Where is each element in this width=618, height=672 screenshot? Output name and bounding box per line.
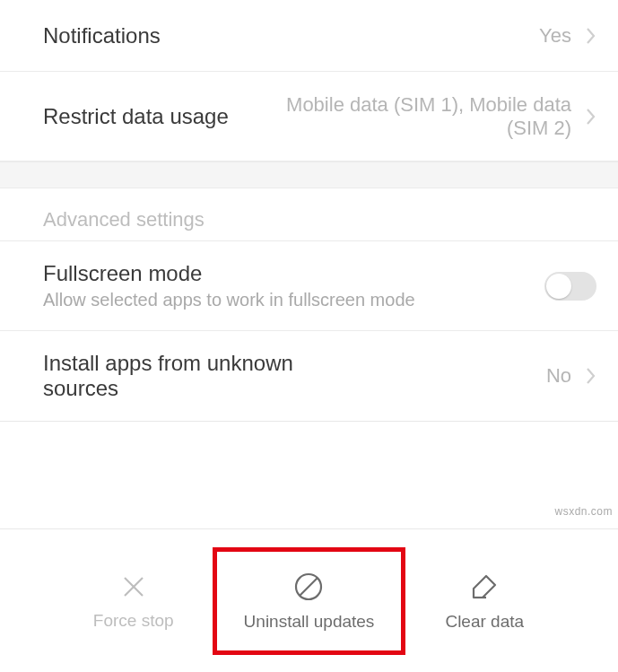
restrict-data-label: Restrict data usage bbox=[43, 104, 229, 129]
notifications-label: Notifications bbox=[43, 23, 161, 48]
notifications-value: Yes bbox=[539, 24, 571, 48]
svg-line-3 bbox=[300, 578, 318, 596]
chevron-right-icon bbox=[586, 366, 596, 386]
restrict-data-row[interactable]: Restrict data usage Mobile data (SIM 1),… bbox=[0, 72, 618, 161]
install-unknown-label: Install apps from unknown sources bbox=[43, 351, 294, 401]
fullscreen-subtitle: Allow selected apps to work in fullscree… bbox=[43, 290, 534, 310]
advanced-settings-header: Advanced settings bbox=[0, 188, 618, 241]
uninstall-updates-button[interactable]: Uninstall updates bbox=[213, 547, 405, 655]
fullscreen-toggle[interactable] bbox=[544, 272, 596, 301]
clear-data-button[interactable]: Clear data bbox=[405, 547, 564, 655]
clear-data-label: Clear data bbox=[445, 612, 524, 632]
chevron-right-icon bbox=[586, 26, 596, 46]
install-unknown-row[interactable]: Install apps from unknown sources No bbox=[0, 331, 618, 422]
section-gap bbox=[0, 161, 618, 188]
install-unknown-value: No bbox=[546, 364, 571, 388]
uninstall-updates-label: Uninstall updates bbox=[244, 612, 375, 632]
watermark-text: wsxdn.com bbox=[554, 505, 613, 518]
fullscreen-label: Fullscreen mode bbox=[43, 261, 534, 286]
fullscreen-mode-row[interactable]: Fullscreen mode Allow selected apps to w… bbox=[0, 241, 618, 331]
force-stop-label: Force stop bbox=[93, 611, 174, 631]
close-icon bbox=[118, 572, 149, 602]
notifications-row[interactable]: Notifications Yes bbox=[0, 0, 618, 72]
bottom-action-bar: Force stop Uninstall updates Clear data bbox=[0, 528, 618, 672]
force-stop-button: Force stop bbox=[54, 547, 213, 655]
eraser-icon bbox=[468, 571, 500, 603]
restrict-data-value: Mobile data (SIM 1), Mobile data (SIM 2) bbox=[266, 93, 571, 140]
chevron-right-icon bbox=[586, 107, 596, 127]
prohibit-icon bbox=[292, 571, 325, 603]
